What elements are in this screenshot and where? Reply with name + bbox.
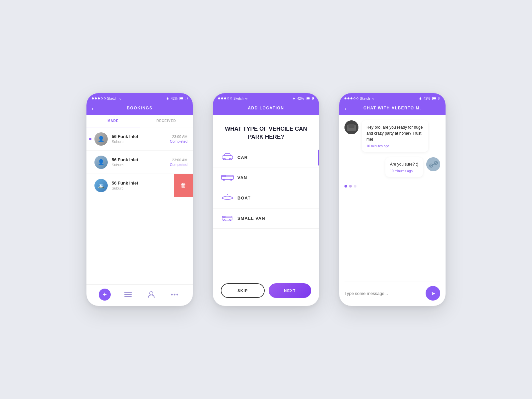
vehicle-option-boat[interactable]: BOAT bbox=[213, 188, 319, 208]
back-button-1[interactable]: ‹ bbox=[92, 106, 93, 112]
message-time-1: 10 minutes ago bbox=[366, 144, 424, 148]
avatar-placeholder-icon bbox=[344, 120, 358, 134]
avatar: 👤 bbox=[94, 132, 108, 146]
wifi-icon-3: ∿ bbox=[371, 97, 374, 100]
svg-point-5 bbox=[174, 294, 176, 296]
delete-button[interactable]: 🗑 bbox=[174, 174, 193, 197]
plus-icon: + bbox=[103, 290, 107, 299]
dot-5 bbox=[104, 97, 106, 99]
bluetooth-icon-3: ✱ bbox=[419, 97, 422, 100]
booking-status-2: Completed bbox=[170, 163, 188, 167]
add-button[interactable]: + bbox=[99, 289, 111, 301]
dot-4 bbox=[353, 97, 355, 99]
add-location-phone: Sketch ∿ ✱ 42% ADD LOCATION WHAT TYPE OF… bbox=[213, 93, 319, 306]
message-bubble-2: Are you sure? :) 10 minutes ago bbox=[385, 157, 423, 177]
avatar: 🏔️ bbox=[94, 179, 108, 192]
dot-3 bbox=[224, 97, 226, 99]
svg-point-4 bbox=[171, 294, 173, 296]
avatar-alberto bbox=[344, 120, 358, 134]
booking-status-1: Completed bbox=[170, 139, 188, 143]
chat-input-row: ➤ bbox=[344, 282, 440, 301]
svg-point-3 bbox=[150, 292, 153, 295]
dot-2 bbox=[95, 97, 97, 99]
svg-rect-21 bbox=[348, 124, 354, 128]
booking-list: 👤 56 Funk Inlet Suburb 23:00 AM Complete… bbox=[86, 127, 193, 241]
car-icon bbox=[221, 153, 237, 162]
booking-address-3: 56 Funk Inlet bbox=[112, 181, 169, 186]
svg-rect-0 bbox=[124, 292, 132, 293]
status-bar-chat: Sketch ∿ ✱ 42% bbox=[339, 93, 446, 102]
bookings-title: BOOKINGS bbox=[127, 106, 152, 110]
message-bubble-1: Hey bro, are you ready for huge and craz… bbox=[362, 120, 428, 152]
vehicle-option-car[interactable]: CAR bbox=[213, 148, 319, 168]
battery-percent-3: 42% bbox=[424, 97, 430, 100]
chat-title: CHAT WITH ALBERTO M. bbox=[363, 106, 421, 110]
bookings-phone: Sketch ∿ ✱ 42% ‹ BOOKINGS MADE RECEIVED bbox=[86, 93, 193, 306]
status-right-3: ✱ 42% bbox=[419, 97, 440, 100]
table-row[interactable]: 👤 56 Funk Inlet Suburb 23:00 AM Complete… bbox=[86, 127, 193, 151]
send-icon: ➤ bbox=[431, 290, 435, 297]
booking-suburb-2: Suburb bbox=[112, 163, 170, 167]
typing-dot-1 bbox=[344, 185, 347, 188]
tab-received[interactable]: RECEIVED bbox=[140, 115, 193, 127]
signal-dots bbox=[92, 97, 106, 99]
message-text-2: Are you sure? :) bbox=[390, 161, 418, 167]
profile-nav-button[interactable] bbox=[145, 289, 157, 301]
status-right-1: ✱ 42% bbox=[166, 97, 188, 100]
typing-dot-2 bbox=[349, 185, 352, 188]
vehicle-label-car: CAR bbox=[237, 155, 248, 160]
typing-dot-3 bbox=[354, 185, 356, 188]
chat-input[interactable] bbox=[344, 291, 422, 296]
booking-meta-1: 23:00 AM Completed bbox=[170, 135, 188, 143]
vehicle-question-text: WHAT TYPE OF VEHCILE CAN PARK HERE? bbox=[221, 125, 311, 141]
status-right-2: ✱ 42% bbox=[293, 97, 314, 100]
bookings-header: ‹ BOOKINGS bbox=[86, 102, 193, 115]
booking-address-1: 56 Funk Inlet bbox=[112, 134, 170, 139]
booking-info-3: 56 Funk Inlet Suburb bbox=[112, 181, 169, 190]
next-button[interactable]: NEXT bbox=[269, 283, 311, 298]
booking-address-2: 56 Funk Inlet bbox=[112, 157, 170, 162]
more-nav-button[interactable] bbox=[169, 289, 181, 301]
list-nav-button[interactable] bbox=[122, 289, 134, 301]
svg-rect-11 bbox=[222, 176, 226, 177]
message-text-1: Hey bro, are you ready for huge and craz… bbox=[366, 124, 424, 142]
send-button[interactable]: ➤ bbox=[426, 286, 440, 301]
vehicle-option-van[interactable]: VAN bbox=[213, 168, 319, 188]
dot-4 bbox=[101, 97, 103, 99]
more-icon bbox=[171, 294, 178, 296]
message-right-1: Are you sure? :) 10 minutes ago bbox=[344, 157, 440, 177]
back-button-chat[interactable]: ‹ bbox=[344, 106, 346, 112]
table-row[interactable]: 🏔️ 56 Funk Inlet Suburb 🗑 bbox=[86, 174, 193, 197]
booking-time-2: 23:00 AM bbox=[170, 158, 188, 162]
bottom-nav: + bbox=[86, 284, 193, 306]
avatar-user bbox=[426, 157, 440, 171]
booking-suburb-1: Suburb bbox=[112, 140, 170, 144]
table-row[interactable]: 👤 56 Funk Inlet Suburb 23:00 AM Complete… bbox=[86, 151, 193, 174]
dot-3 bbox=[350, 97, 352, 99]
list-icon bbox=[124, 292, 132, 298]
bluetooth-icon-1: ✱ bbox=[166, 97, 169, 100]
svg-rect-15 bbox=[222, 216, 232, 220]
status-left-2: Sketch ∿ bbox=[218, 97, 248, 100]
status-left-3: Sketch ∿ bbox=[344, 97, 374, 100]
bookings-tabs: MADE RECEIVED bbox=[86, 115, 193, 127]
chat-header: ‹ CHAT WITH ALBERTO M. bbox=[339, 102, 446, 115]
dot-1 bbox=[344, 97, 346, 99]
chat-phone: Sketch ∿ ✱ 42% ‹ CHAT WITH ALBERTO M. bbox=[339, 93, 446, 306]
tab-made[interactable]: MADE bbox=[86, 115, 140, 127]
vehicle-option-smallvan[interactable]: SMALL VAN bbox=[213, 208, 319, 229]
dot-1 bbox=[218, 97, 220, 99]
booking-time-1: 23:00 AM bbox=[170, 135, 188, 139]
chat-body: Hey bro, are you ready for huge and craz… bbox=[339, 115, 446, 306]
skip-button[interactable]: SKIP bbox=[221, 283, 265, 298]
trash-icon: 🗑 bbox=[181, 182, 187, 189]
vehicle-label-van: VAN bbox=[237, 175, 247, 180]
signal-dots-3 bbox=[344, 97, 358, 99]
booking-suburb-3: Suburb bbox=[112, 186, 169, 190]
svg-rect-16 bbox=[223, 216, 225, 217]
spacer-2 bbox=[213, 253, 319, 277]
person-icon bbox=[148, 291, 155, 298]
battery-percent-1: 42% bbox=[171, 97, 178, 100]
add-location-title: ADD LOCATION bbox=[248, 106, 284, 110]
dot-5 bbox=[356, 97, 358, 99]
